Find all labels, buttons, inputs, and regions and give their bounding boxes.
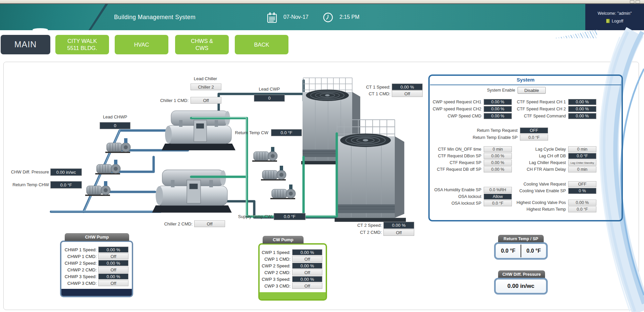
nav-label: CITY WALK bbox=[67, 38, 97, 45]
chwp-1-cmd-label: CHWP 1 CMD: bbox=[61, 254, 97, 259]
cwp-2-cmd-label: CWP 2 CMD: bbox=[260, 270, 290, 275]
osa-lockout-sp-value[interactable]: 0.0 °F bbox=[484, 200, 512, 206]
return-temp-enable-sp-label: Return Temp Enable SP bbox=[473, 135, 518, 140]
nav-label: 5511 BLDG. bbox=[67, 45, 97, 52]
cwp-3-cmd-label: CWP 3 CMD: bbox=[260, 283, 290, 289]
page-title: Building Management System bbox=[114, 4, 196, 30]
welcome-box: Welcome: "admin" Logoff bbox=[585, 4, 644, 30]
ctf-request-sp-label: CTF Request SP bbox=[450, 160, 481, 165]
return-temp-sp-panel: 0.0 °F 0.0 °F bbox=[494, 242, 548, 260]
nav-button-hvac[interactable]: HVAC bbox=[115, 35, 168, 54]
nav-label: BACK bbox=[254, 41, 269, 48]
cwp-speed-request-ch1-label: CWP speed Request CH1 bbox=[433, 100, 481, 104]
ctf-speed-request-ch2-value: 0.00 % bbox=[568, 106, 596, 112]
return-temp-request-value: OFF bbox=[520, 127, 548, 134]
chw-pump-panel-footer bbox=[61, 289, 132, 296]
ctf-request-db-off-sp-label: CTF Request DB off SP bbox=[437, 167, 481, 172]
ctf-request-db-off-sp-value[interactable]: 0.00 % bbox=[484, 166, 512, 172]
cooling-valve-request-label: Cooling Valve Request bbox=[524, 182, 566, 187]
logoff-button[interactable]: Logoff bbox=[606, 19, 624, 23]
ctf-min-on-off-time-value[interactable]: 0 min bbox=[484, 146, 512, 152]
cwp-speed-request-ch1-value: 0.00 % bbox=[484, 99, 512, 105]
chiller2-cmd-label: Chiller 2 CMD: bbox=[163, 221, 193, 226]
cw-pump-panel-footer bbox=[260, 292, 326, 299]
cw-pump-panel: CWP 1 Speed:0.00 % CWP 1 CMD:Off CWP 2 S… bbox=[258, 243, 327, 301]
highest-return-temp-value[interactable]: 0.0 °F bbox=[568, 206, 596, 212]
lag-cycle-delay-value[interactable]: 0 min bbox=[568, 146, 596, 152]
chwp-1-speed-label: CHWP 1 Speed: bbox=[61, 247, 97, 252]
return-temp-sp-panel-title: Return Temp / SP bbox=[498, 235, 544, 243]
chw-diff-pressure-display-value: 0.00 in/wc bbox=[496, 279, 546, 293]
return-temp-chw-value: 0.0 °F bbox=[50, 181, 82, 189]
chiller1-cmd-value[interactable]: Off bbox=[191, 97, 221, 104]
ctf-request-sp-value[interactable]: 0.00 % bbox=[484, 160, 512, 166]
return-temp-cw-label: Return Temp CW bbox=[231, 130, 268, 135]
cwp-speed-request-ch2-label: CWP speed Request CH2 bbox=[433, 107, 481, 111]
lead-chiller-label: Lead Chiller bbox=[186, 76, 225, 81]
lag-cycle-delay-label: Lag Cycle Delay bbox=[535, 147, 566, 152]
logo-crescent-icon bbox=[33, 28, 48, 30]
system-enable-label: System Enable bbox=[487, 88, 515, 93]
cwp-2-cmd-value[interactable]: Off bbox=[292, 269, 322, 275]
header-bar: Building Management System 07-Nov-17 2:1… bbox=[0, 4, 644, 30]
cwp-speed-request-ch2-value: 0.00 % bbox=[484, 106, 512, 112]
cooling-valve-enable-sp-label: Cooling Valve Enable SP bbox=[519, 189, 566, 193]
chiller2-cmd-value[interactable]: Off bbox=[194, 220, 225, 227]
chwp-3-cmd-value[interactable]: Off bbox=[98, 280, 128, 286]
return-temp-value: 0.0 °F bbox=[496, 244, 521, 258]
window-button-icon[interactable] bbox=[636, 0, 640, 3]
cwp-3-cmd-value[interactable]: Off bbox=[292, 283, 322, 289]
calendar-icon bbox=[267, 12, 277, 23]
bms-screen: Building Management System 07-Nov-17 2:1… bbox=[0, 0, 644, 312]
ct1-cmd-label: CT 1 CMD: bbox=[361, 91, 390, 96]
ctf-min-on-off-time-label: CTF Min ON_OFF time bbox=[438, 147, 481, 152]
chw-pump-panel: CHWP 1 Speed:0.00 % CHWP 1 CMD:Off CHWP … bbox=[60, 241, 133, 297]
chwp-2-cmd-label: CHWP 2 CMD: bbox=[61, 267, 97, 272]
system-panel-title: System bbox=[428, 77, 623, 83]
chwp-2-speed-value: 0.00 % bbox=[98, 260, 128, 266]
cwp-2-speed-label: CWP 2 Speed: bbox=[260, 263, 290, 268]
chwp-2-cmd-value[interactable]: Off bbox=[98, 267, 128, 273]
logoff-label: Logoff bbox=[612, 19, 624, 23]
chwp-2-speed-label: CHWP 2 Speed: bbox=[61, 261, 97, 266]
highest-cooling-valve-pos-value[interactable]: 0.00 % bbox=[568, 200, 596, 206]
ctf-request-dbon-sp-value[interactable]: 0.00 % bbox=[484, 153, 512, 159]
cooling-valve-request-value[interactable]: OFF bbox=[568, 181, 596, 187]
ct1-cmd-value[interactable]: Off bbox=[392, 90, 423, 97]
system-panel-divider bbox=[430, 85, 621, 85]
chwp-1-cmd-value[interactable]: Off bbox=[98, 253, 128, 259]
nav-button-city-walk-5511-bldg[interactable]: CITY WALK 5511 BLDG. bbox=[55, 35, 109, 54]
ct2-speed-value: 0.00 % bbox=[383, 222, 414, 229]
cwp-3-speed-label: CWP 3 Speed: bbox=[260, 277, 290, 282]
return-temp-cw-value: 0.0 °F bbox=[271, 129, 302, 136]
nav-button-main[interactable]: MAIN bbox=[1, 35, 50, 54]
supply-temp-cw-label: Supply Temp CW bbox=[234, 214, 272, 219]
osa-humidity-enable-sp-value[interactable]: 0.0 %RH bbox=[484, 187, 512, 193]
return-temp-request-label: Return Temp Request bbox=[477, 128, 518, 133]
system-enable-button[interactable]: Disable bbox=[518, 87, 546, 94]
ctf-speed-request-ch1-label: CTF Speed Request CH 1 bbox=[517, 100, 566, 104]
ctf-speed-command-label: CTF Speed Command bbox=[524, 114, 566, 118]
return-temp-enable-sp-value[interactable]: 0.0 °F bbox=[520, 135, 548, 141]
window-button-icon[interactable] bbox=[630, 0, 634, 3]
nav-button-back[interactable]: BACK bbox=[235, 35, 288, 54]
cwp-1-cmd-label: CWP 1 CMD: bbox=[260, 257, 290, 262]
ctf-speed-request-ch1-value: 0.00 % bbox=[568, 99, 596, 105]
ct1-speed-label: CT 1 Speed: bbox=[361, 85, 390, 90]
ch-ftr-alarm-delay-label: CH FTR Alarm Delay bbox=[527, 167, 566, 172]
ct1-speed-value: 0.00 % bbox=[392, 84, 423, 90]
chwp-1-speed-value: 0.00 % bbox=[98, 247, 128, 253]
cwp-1-cmd-value[interactable]: Off bbox=[292, 256, 322, 262]
lead-chiller-select[interactable]: Chiller 2 bbox=[191, 84, 221, 90]
ct2-cmd-label: CT 2 CMD: bbox=[352, 230, 382, 235]
lag-chiller-request-label: Lag Chiller Request bbox=[529, 160, 566, 165]
nav-label: CHWS & bbox=[191, 38, 213, 45]
nav-button-chws-cws[interactable]: CHWS & CWS bbox=[175, 35, 229, 54]
ch-ftr-alarm-delay-value[interactable]: 0 min bbox=[568, 166, 596, 172]
chwp-3-speed-value: 0.00 % bbox=[98, 273, 128, 279]
highest-cooling-valve-pos-label: Highest Cooling Valve Pos bbox=[517, 200, 566, 205]
cwp-speed-cmd-label: CWP Speed CMD bbox=[448, 114, 482, 118]
lag-chiller-request-value[interactable]: Lag Chiller Standby bbox=[568, 160, 596, 166]
ct2-cmd-value[interactable]: Off bbox=[383, 229, 414, 236]
chw-diff-pressure-label: CHW Diff. Pressure bbox=[9, 169, 49, 174]
